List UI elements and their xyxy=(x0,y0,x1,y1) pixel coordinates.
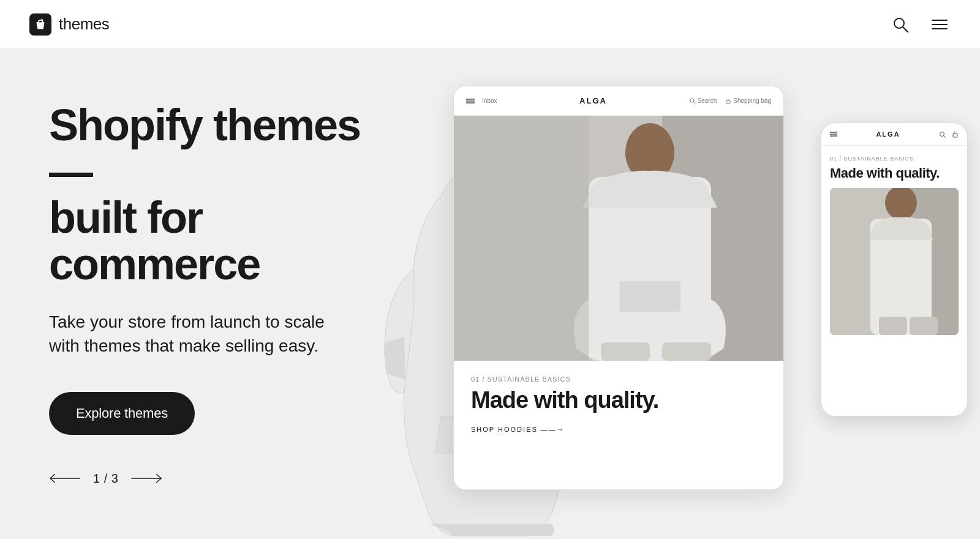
tablet-bag-label: Shopping bag xyxy=(725,97,771,104)
tablet-product-image xyxy=(454,116,783,361)
svg-rect-40 xyxy=(910,317,938,335)
next-slide-button[interactable] xyxy=(130,472,162,484)
tablet-search-label: Search xyxy=(690,97,717,104)
svg-point-1 xyxy=(894,18,904,28)
phone-nav-icons xyxy=(830,131,837,137)
tablet-search-icon xyxy=(690,98,696,104)
tablet-main-text: Made with quality. xyxy=(471,388,766,413)
phone-subtitle: 01 / Sustainable basics xyxy=(830,156,959,162)
svg-rect-16 xyxy=(726,100,730,104)
phone-action-icons xyxy=(939,131,959,138)
site-header: themes xyxy=(0,0,980,49)
phone-mockup: ALGA 01 / Sustainable basics Made with q… xyxy=(821,123,968,417)
arrow-right-icon xyxy=(130,472,162,484)
svg-rect-24 xyxy=(662,342,711,361)
svg-line-15 xyxy=(693,102,695,104)
hero-headline: Shopify themes—built for commerce xyxy=(49,102,380,287)
tablet-subtitle: 01 / Sustainable basics xyxy=(471,375,766,383)
hero-left-content: Shopify themes—built for commerce Take y… xyxy=(0,102,380,486)
arrow-left-icon xyxy=(49,472,81,484)
svg-rect-23 xyxy=(601,342,650,361)
phone-bag-icon xyxy=(952,131,959,138)
tablet-navbar: Inbox ALGA Search xyxy=(454,86,783,116)
tablet-shop-link[interactable]: SHOP HOODIES ——→ xyxy=(471,426,766,433)
svg-rect-26 xyxy=(454,116,589,361)
phone-brand: ALGA xyxy=(876,130,900,138)
menu-icon xyxy=(931,16,948,33)
tablet-menu-icon xyxy=(466,98,475,104)
logo-area[interactable]: themes xyxy=(29,13,109,36)
search-icon xyxy=(892,16,909,33)
svg-line-31 xyxy=(943,135,945,137)
phone-menu-icon xyxy=(830,131,837,137)
menu-button[interactable] xyxy=(929,13,951,36)
hero-right-visual: Inbox ALGA Search xyxy=(355,49,980,539)
tablet-brand: ALGA xyxy=(579,96,607,105)
search-button[interactable] xyxy=(889,13,911,36)
shopify-bag-icon xyxy=(29,13,51,36)
tablet-mockup: Inbox ALGA Search xyxy=(453,86,784,490)
phone-product-image xyxy=(830,188,959,335)
phone-search-icon xyxy=(939,131,946,138)
phone-main-text: Made with quality. xyxy=(830,165,959,181)
tablet-bag-icon xyxy=(725,98,731,104)
tablet-person-svg xyxy=(454,116,783,361)
svg-point-14 xyxy=(690,99,694,102)
phone-navbar: ALGA xyxy=(821,123,967,146)
hero-section: Shopify themes—built for commerce Take y… xyxy=(0,49,980,539)
explore-themes-button[interactable]: Explore themes xyxy=(49,392,195,435)
tablet-text-area: 01 / Sustainable basics Made with qualit… xyxy=(454,361,783,448)
tablet-nav-actions: Search Shopping bag xyxy=(690,97,771,104)
svg-line-2 xyxy=(903,27,908,32)
hero-subtext: Take your store from launch to scale wit… xyxy=(49,310,331,358)
phone-content: 01 / Sustainable basics Made with qualit… xyxy=(821,146,967,345)
phone-person-svg xyxy=(830,188,959,335)
svg-rect-25 xyxy=(619,281,680,312)
pagination: 1 / 3 xyxy=(49,472,380,486)
tablet-nav-inbox: Inbox xyxy=(482,97,497,104)
svg-rect-39 xyxy=(879,317,907,335)
pagination-text: 1 / 3 xyxy=(93,472,118,486)
svg-rect-32 xyxy=(953,134,957,137)
prev-slide-button[interactable] xyxy=(49,472,81,484)
site-title: themes xyxy=(59,15,109,34)
header-actions xyxy=(889,13,951,36)
